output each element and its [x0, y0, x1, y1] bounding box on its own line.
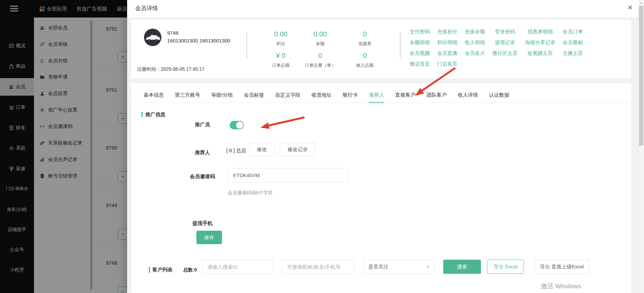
- tab-third-party[interactable]: 第三方账号: [175, 92, 200, 103]
- customer-section-title: 客户列表: [152, 267, 173, 273]
- page-scrollbar[interactable]: ▲: [638, 0, 644, 293]
- stat-label: 订单总量（单）: [300, 63, 340, 68]
- section-accent-bar: [142, 112, 143, 117]
- quick-link[interactable]: 短视频主页: [528, 50, 553, 57]
- drawer-title: 会员详情: [135, 4, 158, 12]
- section-accent-bar: [149, 267, 150, 273]
- select-value: 是否关注: [368, 264, 388, 270]
- promoter-toggle[interactable]: [230, 121, 244, 129]
- stat-col-balance: 0.00 余额 0 订单总量（单）: [300, 30, 340, 68]
- vertical-divider: [247, 32, 247, 58]
- tab-referrer[interactable]: 推荐人: [369, 92, 384, 103]
- windows-activation-watermark: 激活 Windows: [541, 282, 581, 291]
- quick-link[interactable]: 优惠券明细: [528, 29, 553, 35]
- search-name-input[interactable]: [282, 260, 354, 274]
- scrollbar-up-arrow-icon[interactable]: ▲: [638, 1, 644, 5]
- tab-basic-info[interactable]: 基本信息: [144, 92, 164, 103]
- quick-link[interactable]: 会员名片: [465, 50, 485, 57]
- tab-bank-card[interactable]: 银行卡: [343, 92, 358, 103]
- quick-link[interactable]: 支付密码: [410, 29, 430, 35]
- export-upline-button[interactable]: 导出 直推上级Excel: [535, 260, 589, 274]
- stat-label: 订单总额: [261, 63, 301, 68]
- stat-label: 收入总额: [344, 63, 386, 68]
- search-id-input[interactable]: [202, 260, 273, 274]
- quick-link[interactable]: 积分明细: [437, 39, 457, 46]
- tab-direct-customers[interactable]: 直推客户: [395, 92, 415, 103]
- member-phone: 16013001300 16013001300: [167, 38, 230, 43]
- tab-auth-data[interactable]: 认证数据: [489, 92, 509, 103]
- quick-link[interactable]: 微店首页: [410, 61, 430, 67]
- modify-button[interactable]: 修改: [250, 143, 274, 156]
- stat-col-points: 0.00 积分 ¥ 0 订单总额: [261, 30, 301, 68]
- stat-value: 0: [344, 30, 386, 38]
- vertical-divider: [400, 32, 401, 58]
- quick-link[interactable]: 海报分享记录: [525, 39, 555, 46]
- member-detail-card: 基本信息 第三方账号 等级/分组 会员标签 自定义字段 收货地址 银行卡 推荐人…: [131, 83, 631, 293]
- register-time: 注册时间：2025-06-05 17:45:17: [137, 66, 204, 72]
- tab-level-group[interactable]: 等级/分组: [211, 92, 233, 103]
- quick-link[interactable]: 会员直播: [437, 50, 457, 57]
- stat-value: 0: [344, 52, 386, 60]
- stat-label: 余额: [300, 41, 340, 46]
- member-name: 9748: [167, 30, 178, 36]
- detail-tabs: 基本信息 第三方账号 等级/分组 会员标签 自定义字段 收货地址 银行卡 推荐人…: [144, 92, 509, 103]
- tab-team-customers[interactable]: 团队客户: [426, 92, 447, 103]
- tabs-divider: [131, 102, 631, 103]
- drawer-body: 9748 16013001300 16013001300 注册时间：2025-0…: [127, 18, 638, 293]
- quick-link[interactable]: 微社区主页: [492, 50, 518, 57]
- quick-link[interactable]: 登录密码: [495, 29, 515, 35]
- member-detail-drawer: 会员详情 ✕ 9748 16013001300 16013001300 注册时间…: [127, 0, 644, 293]
- stat-label: 积分: [261, 41, 301, 46]
- search-button[interactable]: 搜索: [443, 260, 481, 274]
- quick-link[interactable]: 余额明细: [410, 39, 430, 46]
- customer-total-count: 总数:0: [183, 267, 197, 273]
- quick-link[interactable]: 主播主页: [563, 50, 583, 57]
- quick-link[interactable]: 会员视频: [410, 50, 430, 57]
- tab-income-detail[interactable]: 收入详情: [458, 92, 478, 103]
- scrollbar-thumb[interactable]: [639, 6, 643, 145]
- tab-address[interactable]: 收货地址: [311, 92, 332, 103]
- quick-link[interactable]: 会员订单: [563, 29, 583, 35]
- stat-value: 0: [300, 52, 340, 60]
- chevron-down-icon: ▼: [426, 264, 430, 269]
- tab-custom-fields[interactable]: 自定义字段: [275, 92, 300, 103]
- stat-col-coupons: 0 优惠券 0 收入总额: [344, 30, 386, 68]
- invite-code-input[interactable]: [228, 168, 349, 183]
- stat-value: 0.00: [300, 30, 340, 38]
- invite-code-hint: 会员邀请码须8个字符: [228, 190, 273, 196]
- referrer-label: 推荐人: [181, 150, 224, 156]
- toggle-knob: [236, 122, 243, 129]
- stat-value: 0.00: [261, 30, 301, 38]
- tab-member-tags[interactable]: 会员标签: [244, 92, 264, 103]
- quick-link[interactable]: 充值余额: [465, 29, 485, 35]
- app-window: 全部应用 投放广告视频 新店商城 概况 商品 会员 订单 财务: [0, 0, 644, 293]
- modify-log-button[interactable]: 修改记录: [280, 143, 315, 156]
- quick-link[interactable]: 门店首页: [437, 61, 457, 67]
- export-excel-button[interactable]: 导出 Excel: [487, 260, 524, 274]
- referrer-value: [ 0 ] 总店: [226, 148, 246, 154]
- quick-link[interactable]: 提现记录: [495, 39, 515, 46]
- member-summary-card: 9748 16013001300 16013001300 注册时间：2025-0…: [131, 20, 631, 78]
- close-icon[interactable]: ✕: [626, 3, 635, 12]
- invite-code-label: 会员邀请码: [181, 173, 224, 180]
- promo-section-title: 推广信息: [145, 111, 165, 118]
- quick-link[interactable]: 充值积分: [437, 29, 457, 35]
- follow-status-select[interactable]: 是否关注 ▼: [364, 260, 434, 274]
- promoter-label: 推广员: [181, 122, 224, 128]
- avatar: [144, 29, 161, 46]
- quick-links: 支付密码 充值积分 充值余额 登录密码 优惠券明细 会员订单 余额明细 积分明细…: [410, 29, 583, 67]
- save-button[interactable]: 保存: [196, 231, 222, 244]
- modal-overlay-mask[interactable]: [0, 0, 127, 293]
- stat-value: ¥ 0: [261, 52, 301, 60]
- stat-label: 优惠券: [344, 41, 386, 46]
- withdraw-phone-label: 提现手机: [181, 220, 224, 227]
- quick-link[interactable]: 收入明细: [465, 39, 485, 46]
- quick-link[interactable]: 会员微贴: [563, 39, 583, 46]
